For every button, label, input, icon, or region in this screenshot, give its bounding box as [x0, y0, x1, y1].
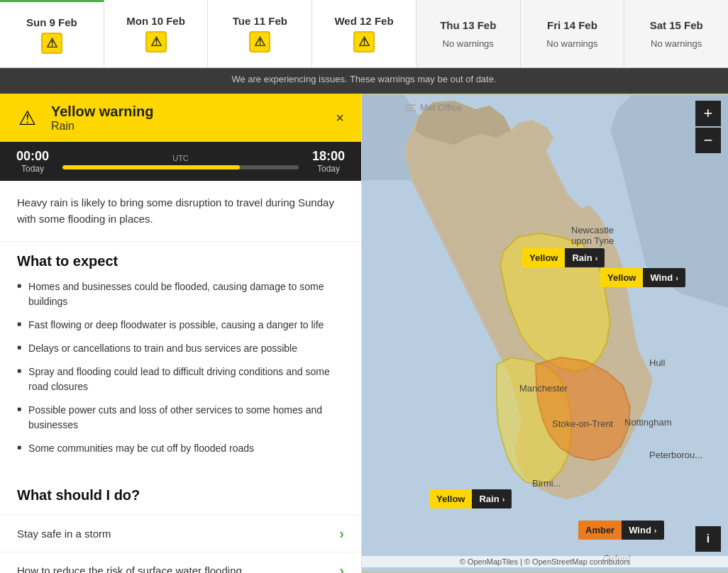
badge-yellow-label-2: Yellow — [600, 268, 643, 287]
warning-icon-tue: ⚠ — [249, 31, 270, 52]
met-logo-lines-icon — [404, 104, 416, 111]
bullet-item-6: Some communities may be cut off by flood… — [17, 441, 344, 456]
badge-arrow-4: › — [654, 526, 657, 535]
warning-header: ⚠ Yellow warning Rain × — [0, 94, 361, 142]
tab-thu-13-feb[interactable]: Thu 13 Feb No warnings — [417, 0, 521, 67]
expect-title: What to expect — [17, 253, 344, 269]
warning-icon-sun: ⚠ — [41, 33, 62, 54]
tab-date-sat: Sat 15 Feb — [650, 19, 703, 31]
expect-section: What to expect Homes and businesses coul… — [0, 242, 361, 476]
time-end-label: Today — [307, 164, 350, 174]
warning-subtype: Rain — [51, 120, 324, 133]
time-bar: 00:00 Today UTC 18:00 Today — [0, 142, 361, 181]
tab-sun-9-feb[interactable]: Sun 9 Feb ⚠ — [0, 0, 104, 67]
tab-fri-14-feb[interactable]: Fri 14 Feb No warnings — [521, 0, 625, 67]
time-end-value: 18:00 — [307, 149, 350, 164]
zoom-out-button[interactable]: − — [695, 128, 721, 153]
time-start-label: Today — [11, 164, 54, 174]
tab-no-warning-fri: No warnings — [546, 38, 597, 49]
map-zoom-controls: + − — [695, 101, 721, 153]
tab-mon-10-feb[interactable]: Mon 10 Feb ⚠ — [104, 0, 209, 67]
warning-badge-yellow-rain-top[interactable]: Yellow Rain › — [522, 248, 605, 267]
badge-amber-label: Amber — [578, 521, 622, 540]
bullet-item-2: Fast flowing or deep floodwater is possi… — [17, 318, 344, 333]
left-panel: ⚠ Yellow warning Rain × 00:00 Today UTC … — [0, 94, 362, 573]
tab-no-warning-sat: No warnings — [651, 38, 702, 49]
met-office-logo: Met Office — [404, 102, 462, 113]
action-link-flood[interactable]: How to reduce the risk of surface water … — [0, 552, 361, 573]
tab-date-mon: Mon 10 Feb — [126, 15, 185, 27]
bullet-item-5: Possible power cuts and loss of other se… — [17, 403, 344, 433]
zoom-in-button[interactable]: + — [695, 101, 721, 126]
action-link-flood-arrow: › — [339, 562, 344, 573]
warning-badge-amber-wind[interactable]: Amber Wind › — [578, 521, 664, 540]
date-tabs: Sun 9 Feb ⚠ Mon 10 Feb ⚠ Tue 11 Feb ⚠ We… — [0, 0, 728, 68]
tab-no-warning-thu: No warnings — [443, 38, 494, 49]
map-svg — [362, 94, 728, 573]
badge-yellow-label-1: Yellow — [522, 248, 565, 267]
bullet-item-4: Spray and flooding could lead to difficu… — [17, 365, 344, 394]
tab-wed-12-feb[interactable]: Wed 12 Feb ⚠ — [312, 0, 417, 67]
action-link-storm[interactable]: Stay safe in a storm › — [0, 515, 361, 552]
warning-description: Heavy rain is likely to bring some disru… — [0, 181, 361, 242]
expect-bullet-list: Homes and businesses could be flooded, c… — [17, 279, 344, 456]
action-link-storm-label: Stay safe in a storm — [17, 528, 111, 540]
status-bar: We are experiencing issues. These warnin… — [0, 68, 728, 94]
badge-rain-type-1: Rain › — [565, 248, 605, 267]
tab-date-tue: Tue 11 Feb — [233, 15, 287, 27]
time-end: 18:00 Today — [307, 149, 350, 174]
attribution-text: © OpenMapTiles | © OpenStreetMap contrib… — [460, 557, 631, 566]
badge-wind-type-4: Wind › — [622, 521, 663, 540]
time-progress-area: UTC — [62, 154, 299, 169]
badge-wind-type-2: Wind › — [643, 268, 685, 287]
description-text: Heavy rain is likely to bring some disru… — [17, 196, 334, 225]
warning-icon-mon: ⚠ — [145, 31, 167, 52]
progress-bar-fill — [62, 165, 240, 169]
warning-badge-yellow-rain-bottom[interactable]: Yellow Rain › — [429, 489, 512, 508]
action-links: Stay safe in a storm › How to reduce the… — [0, 509, 361, 573]
map-panel: Met Office Newcastleupon Tyne Hull Manch… — [362, 94, 728, 573]
badge-arrow-2: › — [675, 274, 678, 282]
tab-sat-15-feb[interactable]: Sat 15 Feb No warnings — [624, 0, 728, 67]
warning-triangle-icon: ⚠ — [11, 102, 43, 133]
map-info-button[interactable]: i — [695, 526, 721, 552]
warning-header-text: Yellow warning Rain — [51, 104, 324, 133]
tab-date-sun: Sun 9 Feb — [26, 16, 77, 28]
time-start-value: 00:00 — [11, 149, 54, 164]
status-message: We are experiencing issues. These warnin… — [231, 74, 496, 84]
progress-bar-background — [62, 165, 299, 169]
time-utc-label: UTC — [172, 154, 189, 162]
warning-badge-yellow-wind-top[interactable]: Yellow Wind › — [600, 268, 685, 287]
warning-close-button[interactable]: × — [330, 107, 350, 129]
warning-icon-wed: ⚠ — [353, 31, 375, 52]
badge-rain-type-3: Rain › — [472, 489, 512, 508]
badge-yellow-label-3: Yellow — [429, 489, 472, 508]
do-section: What should I do? Stay safe in a storm ›… — [0, 476, 361, 573]
bullet-item-3: Delays or cancellations to train and bus… — [17, 341, 344, 356]
action-link-flood-label: How to reduce the risk of surface water … — [17, 564, 242, 573]
time-start: 00:00 Today — [11, 149, 54, 174]
tab-date-wed: Wed 12 Feb — [334, 15, 393, 27]
met-office-name: Met Office — [420, 102, 462, 113]
main-content: ⚠ Yellow warning Rain × 00:00 Today UTC … — [0, 94, 728, 573]
tab-date-thu: Thu 13 Feb — [440, 19, 496, 31]
badge-arrow-3: › — [502, 495, 505, 504]
action-link-storm-arrow: › — [339, 525, 344, 542]
bullet-item-1: Homes and businesses could be flooded, c… — [17, 279, 344, 309]
badge-arrow-1: › — [595, 254, 598, 262]
warning-title: Yellow warning — [51, 104, 324, 120]
do-title: What should I do? — [0, 476, 361, 509]
tab-date-fri: Fri 14 Feb — [547, 19, 597, 31]
tab-tue-11-feb[interactable]: Tue 11 Feb ⚠ — [208, 0, 312, 67]
map-attribution: © OpenMapTiles | © OpenStreetMap contrib… — [362, 556, 728, 567]
